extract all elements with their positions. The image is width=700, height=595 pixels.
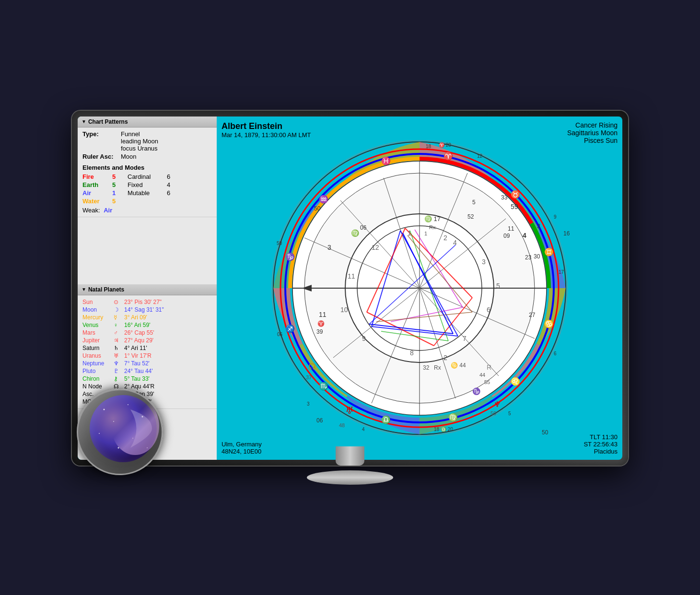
uranus-position: 1° Vir 17'R (124, 352, 212, 359)
svg-text:50: 50 (542, 429, 548, 436)
svg-text:5: 5 (508, 411, 511, 416)
moon-position: 14° Sag 31' 31" (124, 306, 212, 313)
svg-text:48: 48 (339, 422, 345, 428)
chiron-position: 5° Tau 33' (124, 375, 212, 382)
elements-header: Elements and Modes (82, 164, 212, 171)
svg-text:R: R (487, 363, 491, 371)
moon-symbol: ☽ (114, 306, 124, 313)
rising-sign: Cancer Rising (567, 121, 618, 129)
chart-header-right: Cancer Rising Sagittarius Moon Pisces Su… (567, 121, 618, 144)
svg-text:♍ 17: ♍ 17 (424, 215, 441, 223)
svg-text:30: 30 (534, 253, 540, 260)
svg-text:50: 50 (314, 205, 321, 212)
air-label: Air (82, 189, 111, 197)
ruler-asc-row: Ruler Asc: Moon (82, 153, 212, 160)
svg-text:06: 06 (277, 332, 283, 337)
pluto-position: 24° Tau 44' (124, 368, 212, 374)
svg-text:♒: ♒ (319, 195, 328, 204)
svg-text:5: 5 (472, 199, 476, 206)
st: ST 22:56:43 (583, 441, 618, 448)
mercury-symbol: ☿ (114, 314, 124, 321)
saturn-symbol: ♄ (114, 345, 124, 351)
svg-text:4: 4 (523, 232, 526, 239)
svg-text:7: 7 (463, 335, 467, 342)
svg-text:27: 27 (529, 312, 536, 318)
planet-row-saturn: Saturn ♄ 4° Ari 11' (82, 344, 212, 352)
svg-text:Rx: Rx (434, 364, 441, 371)
type-label: Type: (82, 130, 121, 138)
chart-footer-left: Ulm, Germany 48N24, 10E00 (222, 441, 262, 455)
mutable-value: 6 (167, 189, 181, 197)
cardinal-label: Cardinal (128, 173, 166, 180)
svg-text:33: 33 (501, 194, 508, 201)
pluto-name: Pluto (82, 368, 114, 374)
chart-patterns-content: Type: Funnel leading Moon focus Uranus R… (78, 128, 217, 217)
svg-text:09: 09 (503, 233, 510, 239)
elements-modes-label: Elements and Modes (82, 164, 144, 171)
chart-header: Albert Einstein Mar 14, 1879, 11:30:00 A… (222, 121, 311, 139)
svg-text:16: 16 (563, 230, 570, 237)
svg-text:6: 6 (554, 351, 557, 356)
planet-row-mars: Mars ♂ 26° Cap 55' (82, 329, 212, 337)
jupiter-position: 27° Aqu 29' (124, 337, 212, 344)
stand-base (307, 470, 393, 485)
planet-row-pluto: Pluto ♇ 24° Tau 44' (82, 367, 212, 375)
svg-text:9: 9 (554, 214, 557, 220)
svg-text:♐: ♐ (285, 324, 295, 333)
sun-position: 23° Pis 30' 27" (124, 299, 212, 305)
fire-value: 5 (112, 173, 127, 180)
svg-text:♓: ♓ (381, 156, 391, 165)
planet-row-uranus: Uranus ♅ 1° Vir 17'R (82, 352, 212, 360)
empty1 (128, 198, 166, 205)
fire-label: Fire (82, 173, 111, 180)
earth-label: Earth (82, 181, 111, 188)
water-label: Water (82, 198, 111, 205)
saturn-name: Saturn (82, 345, 114, 351)
svg-text:11: 11 (348, 272, 355, 280)
svg-text:11: 11 (508, 225, 514, 232)
chart-patterns-title: Chart Patterns (88, 118, 128, 125)
ruler-asc-value: Moon (121, 153, 137, 160)
saturn-position: 4° Ari 11' (124, 345, 212, 351)
svg-text:3: 3 (482, 258, 486, 266)
svg-text:2: 2 (443, 354, 447, 362)
moon-name: Moon (82, 306, 114, 313)
svg-text:18 ♎ 20: 18 ♎ 20 (434, 426, 453, 432)
person-name: Albert Einstein (222, 121, 311, 131)
spacer (78, 217, 217, 284)
uranus-symbol: ♅ (114, 352, 124, 359)
svg-text:♋ 44: ♋ 44 (451, 362, 466, 369)
svg-text:12: 12 (372, 244, 379, 251)
stand-neck (336, 446, 364, 466)
weak-value: Air (104, 207, 112, 214)
svg-text:5: 5 (496, 282, 500, 290)
svg-text:32: 32 (423, 364, 430, 371)
mars-name: Mars (82, 329, 114, 336)
chart-patterns-section: Chart Patterns Type: Funnel leading Moon… (78, 117, 217, 217)
svg-text:♊: ♊ (544, 247, 554, 257)
elements-grid: Fire 5 Cardinal 6 Earth 5 Fixed 4 Air 1 (82, 173, 212, 205)
mercury-position: 3° Ari 09' (124, 314, 212, 321)
planet-row-moon: Moon ☽ 14° Sag 31' 31" (82, 306, 212, 314)
svg-text:12: 12 (477, 153, 483, 159)
chart-wheel-container: ♈ ♉ ♊ ♋ ♌ ♍ ♎ (266, 135, 573, 442)
planet-row-jupiter: Jupiter ♃ 27° Aqu 29' (82, 337, 212, 344)
birth-date: Mar 14, 1879, 11:30:00 AM LMT (222, 131, 311, 139)
svg-text:♋: ♋ (544, 319, 554, 328)
jupiter-name: Jupiter (82, 337, 114, 344)
svg-text:3: 3 (327, 244, 331, 251)
empty2 (167, 198, 181, 205)
weak-row: Weak: Air (82, 207, 212, 214)
svg-text:06: 06 (316, 417, 323, 424)
svg-text:18: 18 (426, 144, 432, 149)
chiron-name: Chiron (82, 375, 114, 382)
planet-row-sun: Sun ⊙ 23° Pis 30' 27" (82, 298, 212, 306)
mars-position: 26° Cap 55' (124, 329, 212, 336)
moon-sign: Sagittarius Moon (567, 129, 618, 137)
svg-text:55: 55 (484, 379, 490, 385)
neptune-name: Neptune (82, 360, 114, 367)
air-value: 1 (112, 189, 127, 197)
earth-value: 5 (112, 181, 127, 188)
venus-name: Venus (82, 322, 114, 328)
svg-text:♑: ♑ (285, 252, 295, 261)
